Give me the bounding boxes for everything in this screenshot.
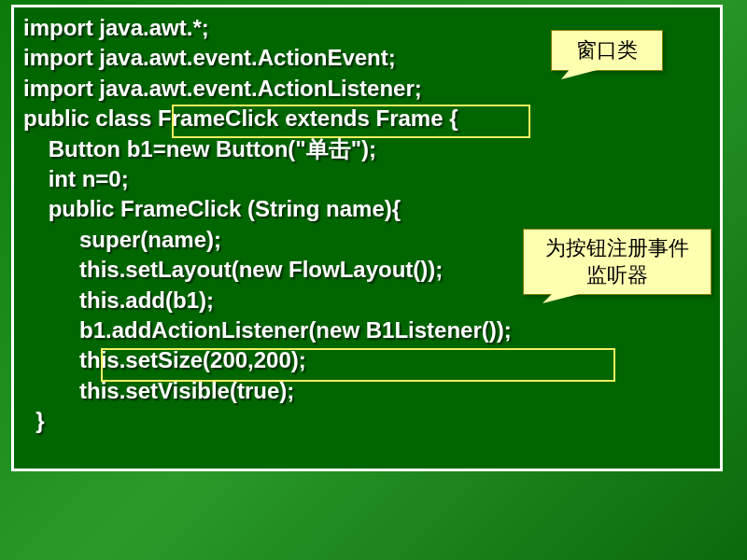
code-line-12: this.setSize(200,200); xyxy=(23,345,711,375)
code-line-13: this.setVisible(true); xyxy=(23,376,711,406)
code-line-5: Button b1=new Button("单击"); xyxy=(23,134,711,164)
callout-register-listener: 为按钮注册事件监听器 xyxy=(523,229,712,295)
code-line-7: public FrameClick (String name){ xyxy=(23,194,711,224)
code-line-6: int n=0; xyxy=(23,164,711,194)
code-line-11: b1.addActionListener(new B1Listener()); xyxy=(23,315,711,345)
code-line-4: public class FrameClick extends Frame { xyxy=(23,104,711,133)
callout-window-class: 窗口类 xyxy=(551,30,663,71)
code-line-3: import java.awt.event.ActionListener; xyxy=(23,74,711,104)
code-line-14: } xyxy=(23,406,711,436)
